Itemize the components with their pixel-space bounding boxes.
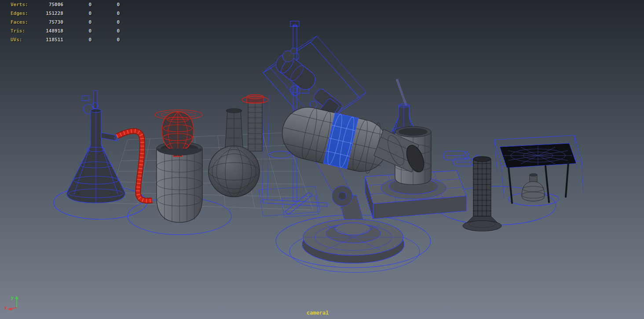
hud-value-col3: 0 [91,28,120,34]
hud-value-total: 148918 [43,28,63,34]
hud-value-col3: 0 [91,2,120,7]
hud-value-col2: 0 [63,11,91,16]
hud-value-total: 75730 [43,19,63,25]
hud-value-col3: 0 [91,37,120,43]
hud-row-verts: Verts: 75006 0 0 [11,0,120,9]
hud-value-col2: 0 [63,19,91,25]
poly-count-hud: Verts: 75006 0 0 Edges: 151228 0 0 Faces… [11,0,120,44]
hud-value-total: 151228 [43,11,63,16]
hud-row-faces: Faces: 75730 0 0 [11,18,120,26]
hud-row-edges: Edges: 151228 0 0 [11,9,120,18]
hud-row-tris: Tris: 148918 0 0 [11,26,120,35]
axis-y-label: y [11,295,14,301]
hud-value-total: 75006 [43,2,63,7]
hud-value-col2: 0 [63,2,91,7]
hud-label: Tris: [11,28,43,34]
hud-value-total: 118511 [43,37,63,43]
hud-value-col3: 0 [91,19,120,25]
hud-value-col3: 0 [91,11,120,16]
axis-x-label: x [4,305,7,311]
hud-label: Verts: [11,2,43,7]
hud-value-col2: 0 [63,37,91,43]
hud-row-uvs: UVs: 118511 0 0 [11,35,120,44]
maya-viewport[interactable]: y x camera1 Verts: 75006 0 0 Edges: 1512… [0,0,644,319]
camera-name-label: camera1 [307,310,329,316]
hud-label: Edges: [11,11,43,16]
hud-label: Faces: [11,19,43,25]
hud-label: UVs: [11,37,43,43]
viewport-3d-scene[interactable]: y x camera1 [0,0,644,319]
hud-value-col2: 0 [63,28,91,34]
instrument-base[interactable] [302,219,404,263]
